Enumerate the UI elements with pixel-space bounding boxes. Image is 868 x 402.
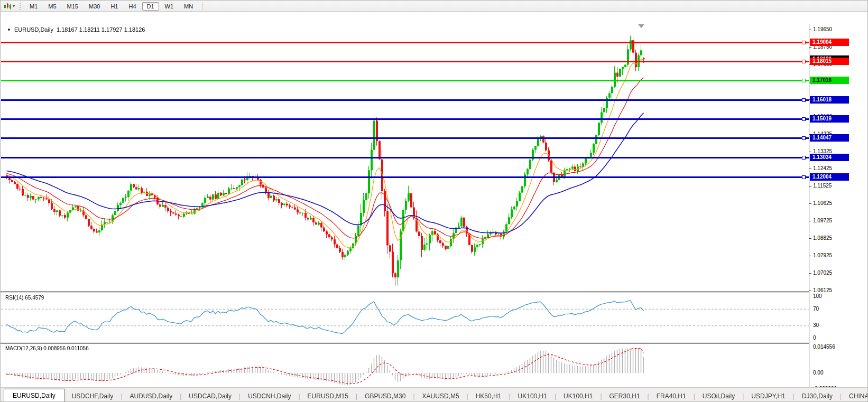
- horizontal-level-line[interactable]: [1, 157, 809, 158]
- price-tick-label: 1.07025: [813, 270, 832, 276]
- chart-type-button[interactable]: ▾: [1, 2, 17, 11]
- timeframe-button-m30[interactable]: M30: [84, 2, 105, 11]
- price-level-badge: 1.18015: [810, 58, 849, 65]
- timeframe-button-w1[interactable]: W1: [160, 2, 179, 11]
- price-tick-mark: [809, 30, 811, 30]
- price-tick-mark: [809, 221, 811, 221]
- chart-tab-usdcnh-daily[interactable]: USDCNH,Daily: [241, 390, 298, 402]
- horizontal-level-line[interactable]: [1, 137, 809, 139]
- price-tick-label: 1.12425: [813, 165, 832, 171]
- chart-tab-dj30-daily[interactable]: DJ30,Daily: [795, 390, 840, 402]
- price-tick-mark: [809, 256, 811, 256]
- chart-symbol-period: EURUSD,Daily: [14, 26, 53, 33]
- macd-indicator-canvas[interactable]: [1, 344, 809, 390]
- horizontal-level-line[interactable]: [1, 99, 809, 101]
- chart-tab-hk50-h1[interactable]: HK50,H1: [468, 390, 509, 402]
- chart-tab-usdjpy-h1[interactable]: USDJPY,H1: [744, 390, 792, 402]
- chart-tab-gbpusd-m30[interactable]: GBPUSD,M30: [357, 390, 413, 402]
- horizontal-level-line[interactable]: [1, 176, 809, 178]
- chart-tab-usdchf-daily[interactable]: USDCHF,Daily: [64, 390, 121, 402]
- chart-tab-audusd-daily[interactable]: AUDUSD,Daily: [123, 390, 180, 402]
- chart-tab-ger30-h1[interactable]: GER30,H1: [602, 390, 648, 402]
- price-tick-mark: [809, 291, 811, 291]
- toolbar-separator: [202, 2, 202, 10]
- price-level-badge: 1.17016: [810, 77, 849, 84]
- chart-tab-xauusd-m5[interactable]: XAUUSD,M5: [415, 390, 467, 402]
- price-tick-label: 1.19650: [813, 26, 832, 32]
- rsi-indicator-canvas[interactable]: [1, 293, 809, 342]
- horizontal-level-line[interactable]: [1, 61, 809, 62]
- price-tick-mark: [809, 169, 811, 169]
- rsi-label: RSI(14) 65.4579: [5, 295, 44, 301]
- horizontal-level-line[interactable]: [1, 118, 809, 120]
- horizontal-level-line[interactable]: [1, 80, 809, 81]
- timeframe-button-d1[interactable]: D1: [142, 2, 159, 11]
- line-anchor-handle[interactable]: [802, 175, 806, 179]
- toolbar-grip-handle[interactable]: [20, 3, 22, 10]
- price-level-badge: 1.16018: [810, 96, 849, 104]
- timeframe-button-mn[interactable]: MN: [179, 2, 198, 11]
- rsi-axis-label: 0: [813, 335, 816, 341]
- chart-shift-marker-icon[interactable]: [638, 24, 644, 28]
- price-level-badge: 1.12004: [810, 173, 849, 181]
- price-tick-label: 1.11525: [813, 183, 832, 189]
- price-tick-mark: [809, 47, 811, 48]
- rsi-axis-label: 100: [813, 293, 822, 299]
- chart-tab-uk100-h1[interactable]: UK100,H1: [556, 390, 600, 402]
- chart-title: ▼EURUSD,Daily 1.18167 1.18211 1.17927 1.…: [7, 26, 145, 33]
- chart-window: ▼EURUSD,Daily 1.18167 1.18211 1.17927 1.…: [1, 12, 868, 388]
- rsi-axis-label: 30: [813, 322, 819, 328]
- price-tick-mark: [809, 273, 811, 274]
- horizontal-level-line[interactable]: [1, 42, 809, 43]
- timeframe-button-m15[interactable]: M15: [62, 2, 83, 11]
- chart-ohlc-quote: 1.18167 1.18211 1.17927 1.18126: [57, 26, 145, 33]
- price-axis[interactable]: 1.196501.187501.178501.169501.160501.151…: [809, 24, 868, 399]
- price-tick-label: 1.07925: [813, 253, 832, 258]
- price-level-badge: 1.15019: [810, 115, 849, 123]
- timeframe-button-m1[interactable]: M1: [25, 2, 42, 11]
- timeframe-button-h4[interactable]: H4: [124, 2, 141, 11]
- line-anchor-handle[interactable]: [802, 41, 806, 44]
- price-tick-label: 1.06125: [813, 287, 832, 293]
- price-level-badge: 1.14047: [810, 134, 849, 142]
- chart-tab-bar: EURUSD,DailyUSDCHF,Daily|AUDUSD,Daily|US…: [1, 387, 868, 402]
- timeframe-buttons: M1M5M15M30H1H4D1W1MN: [24, 3, 198, 10]
- price-tick-label: 1.10625: [813, 200, 832, 206]
- price-tick-mark: [809, 186, 811, 186]
- price-tick-mark: [809, 238, 811, 239]
- line-anchor-handle[interactable]: [802, 98, 806, 102]
- chart-tab-eurusd-daily[interactable]: EURUSD,Daily: [4, 389, 64, 402]
- macd-axis-label: 0.014556: [813, 344, 835, 350]
- macd-label: MACD(12,26,9) 0.008956 0.011056: [5, 345, 89, 351]
- rsi-axis-label: 70: [813, 306, 819, 312]
- timeframe-toolbar: ▾ M1M5M15M30H1H4D1W1MN: [1, 1, 868, 12]
- timeframe-button-h1[interactable]: H1: [106, 2, 123, 11]
- price-tick-mark: [809, 152, 811, 152]
- chart-tab-usdcad-daily[interactable]: USDCAD,Daily: [181, 390, 239, 402]
- trading-app-window: ▾ M1M5M15M30H1H4D1W1MN ▼EURUSD,Daily 1.1…: [0, 0, 868, 402]
- line-anchor-handle[interactable]: [802, 136, 806, 140]
- price-tick-label: 1.09725: [813, 218, 832, 223]
- line-anchor-handle[interactable]: [802, 60, 806, 63]
- window-menu-icon[interactable]: ▼: [7, 27, 11, 32]
- price-level-badge: 1.19004: [810, 39, 849, 46]
- price-level-badge: 1.13034: [810, 154, 849, 161]
- macd-axis-label: 0.00: [813, 370, 823, 376]
- line-anchor-handle[interactable]: [802, 156, 806, 160]
- price-tick-mark: [809, 203, 811, 204]
- dropdown-caret-icon: ▾: [13, 4, 15, 8]
- timeframe-button-m5[interactable]: M5: [43, 2, 61, 11]
- candlestick-chart-icon: [3, 3, 12, 10]
- price-tick-label: 1.08825: [813, 235, 832, 241]
- chart-tab-china300-h4[interactable]: CHINA300,H4: [842, 390, 868, 402]
- line-anchor-handle[interactable]: [802, 117, 806, 121]
- chart-tab-uk100-h1[interactable]: UK100,H1: [511, 390, 555, 402]
- chart-tabs: EURUSD,DailyUSDCHF,Daily|AUDUSD,Daily|US…: [1, 389, 868, 402]
- chart-tab-usoil-daily[interactable]: USOil,Daily: [695, 390, 742, 402]
- chart-tab-fra40-h1[interactable]: FRA40,H1: [649, 390, 694, 402]
- line-anchor-handle[interactable]: [802, 79, 806, 82]
- chart-tab-eurusd-m15[interactable]: EURUSD,M15: [300, 390, 356, 402]
